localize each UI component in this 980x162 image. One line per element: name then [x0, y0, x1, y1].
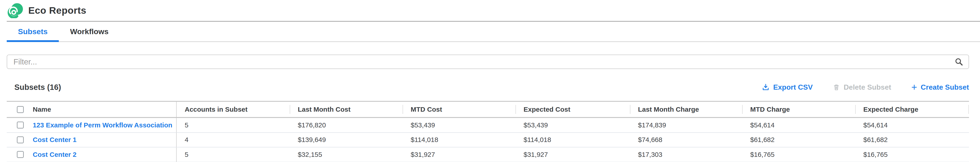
- subsets-table: Name Accounts in Subset Last Month Cost …: [7, 101, 969, 162]
- column-header-expected-cost: Expected Cost: [515, 102, 630, 117]
- section-bar: Subsets (16) Export CSV Delete Subset + …: [7, 82, 969, 93]
- subset-name-link[interactable]: Cost Center 1: [33, 136, 76, 144]
- accounts-cell: 4: [177, 133, 290, 147]
- export-csv-label: Export CSV: [773, 83, 813, 91]
- create-subset-button[interactable]: + Create Subset: [911, 83, 969, 91]
- name-cell: Cost Center 1: [7, 133, 177, 147]
- column-header-expected-charge: Expected Charge: [855, 102, 969, 117]
- download-icon: [762, 83, 770, 91]
- export-csv-button[interactable]: Export CSV: [762, 83, 813, 91]
- create-subset-label: Create Subset: [921, 83, 969, 91]
- row-checkbox[interactable]: [17, 122, 24, 128]
- delete-subset-button[interactable]: Delete Subset: [833, 83, 891, 91]
- mtd-charge-cell: $61,682: [742, 133, 855, 147]
- column-header-accounts: Accounts in Subset: [177, 102, 290, 117]
- expected-cost-cell: $114,018: [515, 133, 630, 147]
- expected-charge-cell: $16,765: [855, 148, 969, 162]
- tab-bar: Subsets Workflows: [7, 22, 980, 42]
- last-month-cost-cell: $32,155: [290, 148, 402, 162]
- filter-bar: [7, 55, 969, 69]
- last-month-charge-cell: $74,668: [630, 133, 742, 147]
- plus-icon: +: [911, 83, 917, 91]
- mtd-cost-cell: $31,927: [402, 148, 515, 162]
- expected-cost-cell: $31,927: [515, 148, 630, 162]
- subset-name-link[interactable]: 123 Example of Perm Workflow Association: [33, 121, 172, 129]
- column-header-last-month-charge: Last Month Charge: [630, 102, 742, 117]
- column-header-mtd-charge: MTD Charge: [742, 102, 855, 117]
- expected-cost-cell: $53,439: [515, 118, 630, 132]
- last-month-cost-cell: $176,820: [290, 118, 402, 132]
- subset-name-link[interactable]: Cost Center 2: [33, 151, 76, 159]
- tab-subsets[interactable]: Subsets: [7, 22, 59, 41]
- expected-charge-cell: $54,614: [855, 118, 969, 132]
- column-header-name: Name: [7, 102, 177, 117]
- trash-icon: [833, 83, 840, 91]
- table-header-row: Name Accounts in Subset Last Month Cost …: [7, 101, 969, 118]
- name-cell: 123 Example of Perm Workflow Association: [7, 118, 177, 132]
- last-month-charge-cell: $17,303: [630, 148, 742, 162]
- table-row: Cost Center 1 4 $139,649 $114,018 $114,0…: [7, 133, 969, 148]
- accounts-cell: 5: [177, 118, 290, 132]
- last-month-cost-cell: $139,649: [290, 133, 402, 147]
- column-header-last-month-cost: Last Month Cost: [290, 102, 402, 117]
- table-row: 123 Example of Perm Workflow Association…: [7, 118, 969, 133]
- row-checkbox[interactable]: [17, 151, 24, 158]
- expected-charge-cell: $61,682: [855, 133, 969, 147]
- column-header-mtd-cost: MTD Cost: [402, 102, 515, 117]
- mtd-charge-cell: $16,765: [742, 148, 855, 162]
- eco-logo-icon: [7, 3, 23, 18]
- app-header: Eco Reports: [0, 0, 980, 21]
- row-checkbox[interactable]: [17, 136, 24, 143]
- section-title: Subsets (16): [14, 83, 61, 91]
- delete-subset-label: Delete Subset: [843, 83, 891, 91]
- select-all-checkbox[interactable]: [17, 106, 24, 113]
- section-actions: Export CSV Delete Subset + Create Subset: [762, 83, 969, 91]
- search-icon[interactable]: [955, 58, 963, 66]
- last-month-charge-cell: $174,839: [630, 118, 742, 132]
- mtd-cost-cell: $114,018: [402, 133, 515, 147]
- accounts-cell: 5: [177, 148, 290, 162]
- mtd-charge-cell: $54,614: [742, 118, 855, 132]
- tab-workflows[interactable]: Workflows: [59, 22, 119, 41]
- table-row: Cost Center 2 5 $32,155 $31,927 $31,927 …: [7, 148, 969, 162]
- filter-input[interactable]: [7, 55, 969, 69]
- mtd-cost-cell: $53,439: [402, 118, 515, 132]
- name-cell: Cost Center 2: [7, 148, 177, 162]
- page-title: Eco Reports: [28, 5, 86, 16]
